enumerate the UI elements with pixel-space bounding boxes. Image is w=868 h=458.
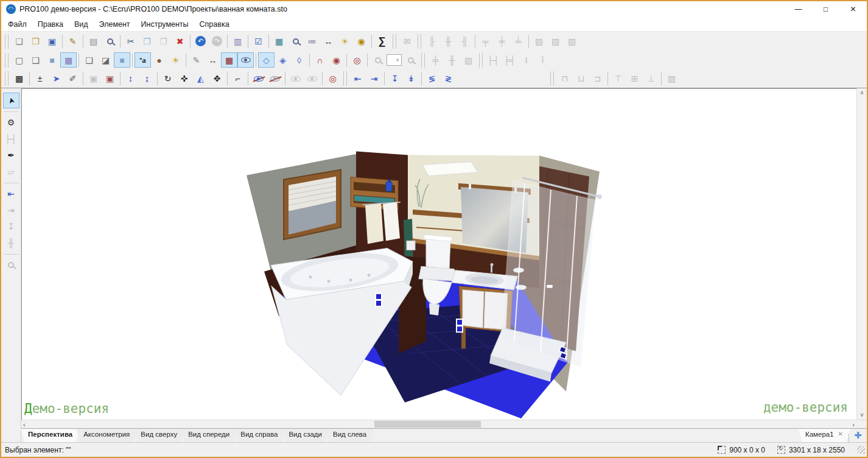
print-preview-button[interactable] <box>102 33 118 49</box>
snap-to-elements-button[interactable]: ◇ <box>258 52 275 68</box>
add-camera-button[interactable]: ✚ <box>849 429 867 442</box>
move-button[interactable]: ✜ <box>176 71 192 86</box>
maximize-button[interactable]: □ <box>812 1 839 17</box>
delete-button[interactable]: ✖ <box>172 33 188 49</box>
center-camera-button[interactable]: ◎ <box>324 71 341 86</box>
copy-button[interactable]: ❐ <box>139 33 155 49</box>
detergent-bottle[interactable] <box>386 182 392 191</box>
sketch-mode-button[interactable]: ✎ <box>188 52 205 68</box>
move-left-until-button[interactable]: ⇤ <box>349 71 366 86</box>
slant-left-button[interactable]: ≶ <box>424 71 440 86</box>
snap-to-edges-button[interactable]: ◈ <box>275 52 291 68</box>
wall-corner-button[interactable]: ⌐ <box>229 71 246 86</box>
shower-glass[interactable] <box>502 181 595 367</box>
open-file-button[interactable]: ❒ <box>27 33 44 49</box>
view-hidden-lines-button[interactable]: ❑ <box>27 52 44 68</box>
tab-perspective[interactable]: Перспектива <box>21 429 80 442</box>
report-button[interactable]: ✎ <box>65 33 81 49</box>
resize-grip[interactable] <box>857 446 865 454</box>
view-wireframe-button[interactable]: ▢ <box>11 52 27 68</box>
solid-cube-button[interactable]: ■ <box>114 52 130 68</box>
preview-window-button[interactable] <box>287 33 304 49</box>
tab-top-view[interactable]: Вид сверху <box>133 429 184 442</box>
selection-handle-1[interactable] <box>376 294 382 306</box>
horizontal-scroll-thumb[interactable] <box>374 421 481 428</box>
scale-button[interactable]: ✥ <box>209 71 225 86</box>
menu-edit[interactable]: Правка <box>32 18 69 31</box>
group-selected-button[interactable]: ▣ <box>102 71 118 86</box>
menu-help[interactable]: Справка <box>194 18 235 31</box>
rotate-vertical-axis-button[interactable]: ↕ <box>122 71 139 86</box>
view-textured-button[interactable]: ▩ <box>60 52 77 68</box>
mirror-button[interactable]: ◭ <box>192 71 209 86</box>
toilet-tank[interactable] <box>426 237 450 269</box>
tab-back-view[interactable]: Вид сзади <box>281 429 329 442</box>
tab-axonometry[interactable]: Аксонометрия <box>76 429 137 442</box>
close-button[interactable]: ✕ <box>839 1 867 17</box>
save-file-button[interactable]: ▣ <box>44 33 60 49</box>
horizontal-scrollbar[interactable]: ‹ › <box>21 420 856 428</box>
zoom-value-button[interactable]: ∨ <box>386 52 402 68</box>
summary-button[interactable]: ∑ <box>374 33 390 49</box>
toolbar-grip[interactable] <box>5 34 9 49</box>
drop-to-floor-button[interactable]: ↧ <box>387 71 403 86</box>
hanging-towel-cream[interactable] <box>365 203 383 244</box>
properties-button[interactable]: ▥ <box>229 33 246 49</box>
hide-unselected-button[interactable] <box>267 71 283 86</box>
show-text-button[interactable]: ªa <box>135 52 151 68</box>
snap-to-axes-button[interactable]: ◊ <box>291 52 307 68</box>
move-right-until-button[interactable]: ⇥ <box>366 71 382 86</box>
show-visibility-button[interactable] <box>237 52 254 68</box>
camera-tab[interactable]: Камера1 ✕ <box>798 429 850 442</box>
print-button[interactable]: ▤ <box>85 33 102 49</box>
scroll-up-icon[interactable]: ∧ <box>860 88 864 97</box>
project-settings-button[interactable]: ☑ <box>250 33 267 49</box>
orbit-center-button[interactable]: ◉ <box>328 52 345 68</box>
camera-tab-close-icon[interactable]: ✕ <box>838 431 843 437</box>
toilet-paper-holder[interactable] <box>407 241 415 250</box>
vertical-scrollbar[interactable]: ∧ ∨ <box>856 88 867 420</box>
eyedropper-tool-button[interactable]: ✒ <box>3 147 19 163</box>
insert-element-button[interactable]: ± <box>32 71 48 86</box>
menu-file[interactable]: Файл <box>2 18 32 31</box>
menu-tools[interactable]: Инструменты <box>136 18 194 31</box>
auto-dimensions-button[interactable]: ↔ <box>205 52 221 68</box>
vanity-door-left[interactable] <box>463 290 484 328</box>
contour-shaded-cube-button[interactable]: ◪ <box>97 52 114 68</box>
draw-element-button[interactable]: ✐ <box>65 71 81 86</box>
undo-button[interactable]: ↶ <box>192 33 209 49</box>
tab-left-view[interactable]: Вид слева <box>326 429 374 442</box>
hide-selected-button[interactable] <box>250 71 267 86</box>
tab-front-view[interactable]: Вид спереди <box>181 429 237 442</box>
selection-handle-2[interactable] <box>457 319 463 332</box>
structure-window-button[interactable]: ≔ <box>304 33 320 49</box>
new-file-button[interactable]: ❏ <box>11 33 27 49</box>
prices-window-button[interactable]: ◉ <box>353 33 369 49</box>
rotate-horizontal-axis-button[interactable]: ↨ <box>139 71 155 86</box>
toolbar-grip[interactable] <box>5 53 9 68</box>
materials-sphere-button[interactable]: ● <box>151 52 167 68</box>
view-center-button[interactable]: ◎ <box>349 52 365 68</box>
view-shaded-button[interactable]: ■ <box>44 52 60 68</box>
scroll-down-icon[interactable]: ∨ <box>860 410 864 420</box>
cut-button[interactable]: ✂ <box>122 33 139 49</box>
minimize-button[interactable]: — <box>785 1 812 17</box>
pointer-tool-button[interactable]: ➤ <box>3 93 19 108</box>
tab-right-view[interactable]: Вид справа <box>233 429 285 442</box>
contour-cube-button[interactable]: ❑ <box>81 52 97 68</box>
move-to-left-wall-button[interactable]: ⇤ <box>3 186 19 202</box>
menu-element[interactable]: Элемент <box>94 18 136 31</box>
scroll-right-icon[interactable]: › <box>852 421 855 428</box>
dimensions-window-button[interactable]: ↔ <box>320 33 337 49</box>
scroll-left-icon[interactable]: ‹ <box>23 421 26 428</box>
price-list-window-button[interactable]: ▦ <box>271 33 287 49</box>
saw-tool-button[interactable]: ⚙ <box>3 114 19 130</box>
toolbar-grip[interactable] <box>5 71 9 86</box>
show-grid-button[interactable]: ▦ <box>221 52 237 68</box>
viewport-3d[interactable]: Демо-версия демо-версия <box>21 88 856 420</box>
light-window-button[interactable]: ☀ <box>337 33 353 49</box>
rotate-button[interactable]: ↻ <box>159 71 176 86</box>
lower-by-level-button[interactable]: ↡ <box>403 71 419 86</box>
lighting-button[interactable]: ☀ <box>167 52 184 68</box>
menu-view[interactable]: Вид <box>69 18 94 31</box>
